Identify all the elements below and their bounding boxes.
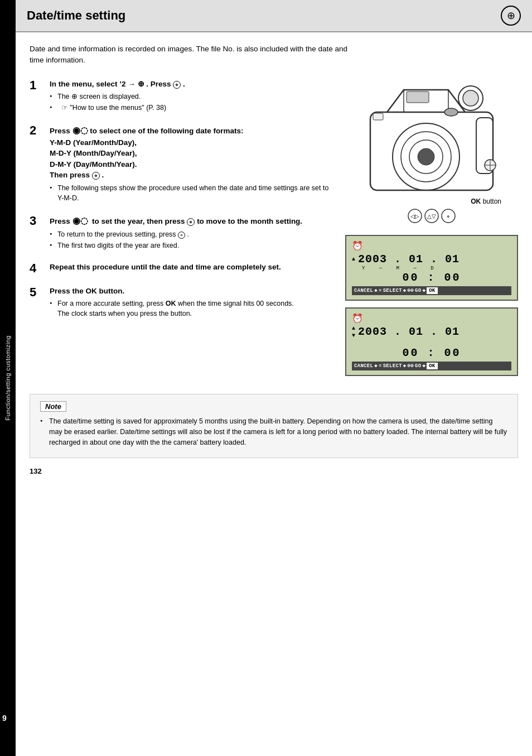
main-content: Date/time setting ⊕ Date and time inform… (16, 0, 532, 487)
lcd2-bar: CANCEL◆≡ SELECT◆⊕⊕ GO◆OK (352, 362, 511, 370)
step-3-title: Press ◉◌ to set the year, then press ⋄ t… (50, 214, 334, 227)
page-title: Date/time setting (27, 8, 125, 23)
note-section: Note The date/time setting is saved for … (30, 394, 518, 458)
lcd2-date: 2003 . 01 . 01 (358, 325, 460, 338)
step-1-title: In the menu, select ’2 → ⊕ . Press ⋄ . (50, 79, 334, 90)
camera-svg (354, 79, 510, 201)
step-1-number: 1 (30, 79, 44, 114)
step-2-number: 2 (30, 124, 44, 204)
step-1-bullet-1: The ⊕ screen is displayed. (50, 92, 334, 102)
svg-rect-14 (373, 113, 383, 120)
lcd-screen-1: ⏰ ▲ 2003 . 01 . 01 Y — M — D 00 : 00 CAN… (345, 235, 518, 301)
lcd2-arrows: ▲ ▼ (352, 325, 356, 339)
camera-illustration: OK button ◁▷ △▽ ⋄ (345, 79, 518, 227)
note-bullets: The date/time setting is saved for appro… (40, 416, 507, 449)
sidebar: Function/setting customizing (0, 0, 16, 756)
sidebar-page-number: 9 (2, 714, 7, 723)
lcd1-ymd: Y — M — D (352, 266, 439, 271)
lcd1-arrows: ▲ (352, 256, 356, 262)
step-5-number: 5 (30, 286, 44, 320)
step-4-number: 4 (30, 262, 44, 275)
step-2-title: Press ◉◌ to select one of the following … (50, 124, 334, 180)
steps-column: 1 In the menu, select ’2 → ⊕ . Press ⋄ .… (30, 79, 334, 383)
lcd1-clock-icon: ⏰ (352, 240, 363, 252)
step-4-content: Repeat this procedure until the date and… (50, 262, 334, 275)
intro-text: Date and time information is recorded on… (30, 44, 353, 66)
note-title: Note (40, 401, 66, 412)
step-2-bullet-1: The following steps show the procedure u… (50, 183, 334, 203)
step-1: 1 In the menu, select ’2 → ⊕ . Press ⋄ .… (30, 79, 334, 114)
step-5-title: Press the OK button. (50, 286, 334, 297)
step-4-title: Repeat this procedure until the date and… (50, 262, 334, 273)
step-3: 3 Press ◉◌ to set the year, then press ⋄… (30, 214, 334, 252)
step-1-content: In the menu, select ’2 → ⊕ . Press ⋄ . T… (50, 79, 334, 114)
lcd1-ymd-row: Y — M — D (352, 266, 511, 271)
step-3-bullet-1: To return to the previous setting, press… (50, 229, 334, 239)
svg-text:△▽: △▽ (427, 213, 436, 219)
page-number: 132 (30, 467, 518, 475)
step-1-bullets: The ⊕ screen is displayed. ☞ "How to use… (50, 92, 334, 113)
control-icons: ◁▷ △▽ ⋄ (345, 208, 518, 227)
step-3-content: Press ◉◌ to set the year, then press ⋄ t… (50, 214, 334, 252)
step-2: 2 Press ◉◌ to select one of the followin… (30, 124, 334, 204)
step-5-bullet-1: For a more accurate setting, press OK wh… (50, 298, 334, 319)
note-text: The date/time setting is saved for appro… (49, 417, 507, 447)
content-area: Date and time information is recorded on… (16, 32, 532, 487)
svg-text:◁▷: ◁▷ (410, 213, 419, 219)
step-3-bullet-2: The first two digits of the year are fix… (50, 240, 334, 251)
svg-text:⋄: ⋄ (447, 214, 450, 219)
lcd1-date-row: ▲ 2003 . 01 . 01 (352, 253, 511, 266)
step-4: 4 Repeat this procedure until the date a… (30, 262, 334, 275)
svg-point-7 (463, 90, 478, 106)
step-2-content: Press ◉◌ to select one of the following … (50, 124, 334, 204)
step-2-bullets: The following steps show the procedure u… (50, 183, 334, 203)
lcd1-time: 00 : 00 (352, 271, 511, 284)
button-label-text: button (483, 198, 501, 205)
lcd-screen-2: ⏰ ▲ ▼ 2003 . 01 . 01 00 : 00 CANCEL◆≡ SE… (345, 307, 518, 376)
lcd2-spacer (352, 339, 511, 346)
step-1-sub: ☞ "How to use the menus" (P. 38) (50, 103, 334, 113)
page-header: Date/time setting ⊕ (16, 0, 532, 32)
header-icon: ⊕ (501, 6, 521, 26)
svg-point-4 (418, 148, 434, 165)
ok-text: OK (471, 198, 481, 205)
lcd2-time: 00 : 00 (352, 346, 511, 359)
note-bullet-1: The date/time setting is saved for appro… (40, 416, 507, 449)
svg-rect-10 (407, 92, 429, 103)
lcd2-date-row: ▲ ▼ 2003 . 01 . 01 (352, 325, 511, 339)
step-5-bullets: For a more accurate setting, press OK wh… (50, 298, 334, 319)
svg-point-8 (444, 108, 458, 116)
step-3-number: 3 (30, 214, 44, 252)
lcd2-clock-icon: ⏰ (352, 313, 363, 324)
control-buttons-svg: ◁▷ △▽ ⋄ (404, 208, 460, 224)
lcd1-bar: CANCEL◆≡ SELECT◆⊕⊕ GO◆OK (352, 286, 511, 295)
right-column: OK button ◁▷ △▽ ⋄ (345, 79, 518, 383)
two-col-layout: 1 In the menu, select ’2 → ⊕ . Press ⋄ .… (30, 79, 518, 383)
sidebar-label: Function/setting customizing (4, 335, 11, 421)
step-3-bullets: To return to the previous setting, press… (50, 229, 334, 251)
step-5: 5 Press the OK button. For a more accura… (30, 286, 334, 320)
step-5-content: Press the OK button. For a more accurate… (50, 286, 334, 320)
lcd1-date: 2003 . 01 . 01 (358, 253, 460, 266)
